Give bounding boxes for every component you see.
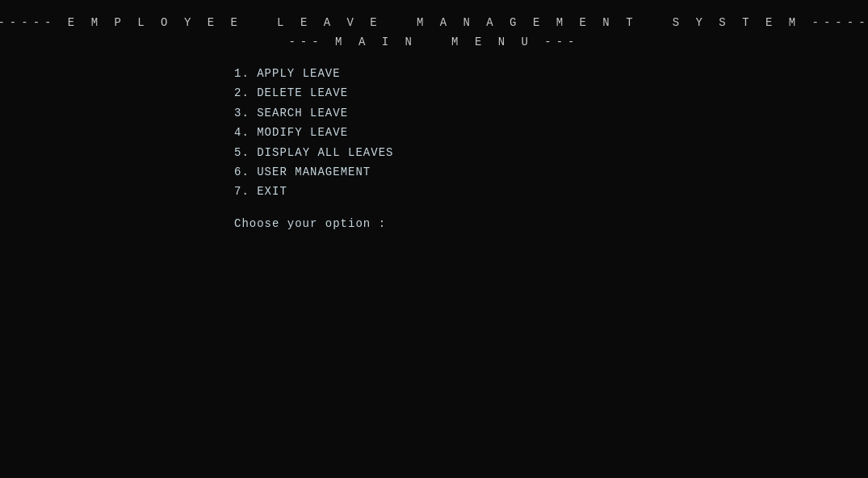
menu-item-label: EXIT <box>257 185 287 198</box>
menu-item-label: DELETE LEAVE <box>257 86 348 99</box>
menu-item: 1. APPLY LEAVE <box>234 65 393 82</box>
menu-item-number: 3. <box>234 107 257 120</box>
menu-item-label: SEARCH LEAVE <box>257 107 348 120</box>
menu-title: --- M A I N M E N U --- <box>288 36 579 48</box>
menu-item-label: APPLY LEAVE <box>257 67 340 80</box>
menu-item: 2. DELETE LEAVE <box>234 84 393 102</box>
menu-item: 5. DISPLAY ALL LEAVES <box>234 144 393 161</box>
menu-item: 6. USER MANAGEMENT <box>234 163 393 181</box>
menu-item-number: 6. <box>234 166 257 178</box>
menu-item-number: 1. <box>234 67 257 80</box>
menu-item-label: MODIFY LEAVE <box>257 126 348 139</box>
menu-item-number: 4. <box>234 126 257 139</box>
menu-item-label: DISPLAY ALL LEAVES <box>257 146 393 159</box>
prompt-line[interactable]: Choose your option : <box>234 217 402 230</box>
menu-item: 4. MODIFY LEAVE <box>234 124 393 141</box>
terminal-window: ----- E M P L O Y E E L E A V E M A N A … <box>0 8 868 238</box>
menu-item-number: 7. <box>234 185 257 198</box>
menu-item: 3. SEARCH LEAVE <box>234 104 393 122</box>
menu-item: 7. EXIT <box>234 182 393 200</box>
prompt-label: Choose your option : <box>234 217 386 230</box>
menu-item-number: 2. <box>234 86 257 99</box>
menu-item-label: USER MANAGEMENT <box>257 166 371 178</box>
option-input[interactable] <box>386 217 402 230</box>
menu-list: 1. APPLY LEAVE2. DELETE LEAVE3. SEARCH L… <box>234 65 393 201</box>
menu-item-number: 5. <box>234 146 257 159</box>
system-title: ----- E M P L O Y E E L E A V E M A N A … <box>0 16 868 29</box>
